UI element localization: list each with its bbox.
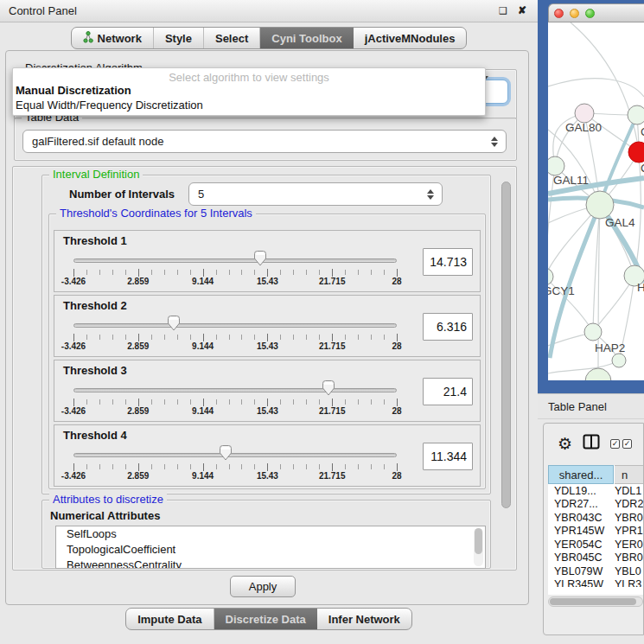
svg-text:GAL4: GAL4 (605, 216, 635, 229)
node-gal80[interactable] (575, 104, 594, 123)
tab-infer-network[interactable]: Infer Network (317, 609, 411, 629)
threshold-1-value-field[interactable] (423, 248, 473, 276)
close-traffic-light-icon[interactable] (554, 9, 564, 18)
zoom-traffic-light-icon[interactable] (585, 9, 595, 18)
table-horizontal-scrollbar-thumb[interactable] (550, 598, 636, 605)
tab-select[interactable]: Select (204, 28, 260, 48)
threshold-2-panel: Threshold 2 -3.426 2.859 9.144 15.43 21.… (54, 295, 481, 357)
table-row[interactable]: YBR045CYBR0 (548, 552, 644, 565)
top-tab-bar: Network Style Select Cyni Toolbox jActiv… (0, 27, 538, 50)
tab-style[interactable]: Style (154, 28, 204, 48)
node-red-selected[interactable] (628, 142, 644, 163)
list-item-selfloops[interactable]: SelfLoops (56, 526, 485, 542)
screenshot-root: Control Panel ❑ ✘ Network Style Select (0, 0, 644, 644)
column-checkboxes: ✓ ✓ (610, 439, 632, 449)
attributes-list-scrollbar[interactable] (474, 528, 483, 566)
checkbox-icon[interactable]: ✓ (610, 439, 620, 449)
float-window-icon[interactable]: ❑ (496, 3, 510, 17)
threshold-2-slider-thumb[interactable] (166, 315, 181, 335)
threshold-1-slider-thumb[interactable] (252, 250, 267, 271)
close-window-icon[interactable]: ✘ (515, 3, 529, 17)
node-small-bottom[interactable] (612, 354, 626, 367)
algorithm-dropdown-hint: Select algorithm to view settings (13, 68, 485, 83)
tab-cyni-toolbox[interactable]: Cyni Toolbox (260, 28, 353, 48)
bottom-tab-bar: Impute Data Discretize Data Infer Networ… (0, 608, 538, 630)
table-row[interactable]: YBL079WYBL0 (548, 564, 644, 578)
threshold-2-scale: -3.426 2.859 9.144 15.43 21.715 28 (73, 296, 397, 358)
threshold-3-panel: Threshold 3 -3.426 2.859 9.144 15.43 21.… (54, 360, 481, 422)
checkbox-icon[interactable]: ✓ (622, 439, 632, 449)
tab-network[interactable]: Network (72, 28, 154, 48)
list-item-betweennesscentrality[interactable]: BetweennessCentrality (56, 558, 485, 569)
table-row[interactable]: YBR043CYBR0 (548, 511, 644, 525)
table-data-combobox[interactable]: galFiltered.sif default node (22, 130, 507, 153)
algorithm-dropdown-popup: Select algorithm to view settings Manual… (12, 67, 486, 116)
node-gal4[interactable] (586, 191, 614, 219)
number-of-intervals-value: 5 (198, 188, 204, 201)
table-horizontal-scrollbar[interactable] (548, 596, 643, 607)
svg-text:GCY1: GCY1 (548, 284, 575, 297)
thresholds-group-title: Threshold's Coordinates for 5 Intervals (56, 207, 256, 220)
settings-vertical-scrollbar[interactable] (500, 169, 513, 567)
combobox-stepper-icon (491, 137, 498, 147)
threshold-1-scale: -3.426 2.859 9.144 15.43 21.715 28 (73, 231, 397, 293)
network-canvas[interactable]: GAL80 G C GAL11 GAL4 GCY1 H HAP2 (548, 22, 644, 380)
bottom-tab-group: Impute Data Discretize Data Infer Networ… (125, 608, 412, 630)
numerical-attributes-label: Numerical Attributes (50, 509, 160, 522)
list-item-topologicalcoefficient[interactable]: TopologicalCoefficient (56, 542, 485, 558)
tab-jactivemnodules[interactable]: jActiveMNodules (354, 28, 467, 48)
algorithm-option-equal-width[interactable]: Equal Width/Frequency Discretization (13, 98, 485, 112)
node-table: shared... n YDL19...YDL1 YDR27...YDR2 YB… (548, 465, 644, 595)
node-table-rows: YDL19...YDL1 YDR27...YDR2 YBR043CYBR0 YP… (548, 484, 644, 587)
threshold-4-scale: -3.426 2.859 9.144 15.43 21.715 28 (73, 425, 397, 488)
minimize-traffic-light-icon[interactable] (570, 9, 579, 18)
svg-text:GAL80: GAL80 (565, 121, 602, 134)
number-of-intervals-label: Number of Intervals (69, 188, 175, 201)
node-gcy1[interactable] (548, 268, 553, 285)
threshold-3-value-field[interactable] (423, 378, 473, 405)
numerical-attributes-list: SelfLoops TopologicalCoefficient Between… (55, 526, 486, 569)
svg-text:H: H (637, 281, 644, 294)
network-icon (83, 31, 93, 46)
table-row[interactable]: YDL19...YDL1 (548, 484, 644, 498)
column-header-shared-name[interactable]: shared... (548, 465, 614, 484)
node-hap2[interactable] (584, 323, 602, 341)
threshold-4-value-field[interactable] (423, 443, 473, 470)
settings-scrollbar-thumb[interactable] (501, 182, 511, 508)
table-panel-titlebar: Table Panel (538, 393, 644, 419)
table-row[interactable]: YDR27...YDR2 (548, 498, 644, 512)
number-of-intervals-combobox[interactable]: 5 (188, 182, 443, 206)
tab-network-label: Network (98, 32, 142, 45)
table-panel-toolbar: ⚙ ✓ ✓ (544, 424, 643, 463)
svg-text:G: G (641, 125, 644, 138)
table-row[interactable]: YLR345WYLR3 (548, 578, 644, 588)
node-gal11[interactable] (548, 156, 564, 175)
control-panel-titlebar: Control Panel ❑ ✘ (0, 0, 538, 22)
threshold-4-panel: Threshold 4 -3.426 2.859 9.144 15.43 21.… (54, 424, 481, 487)
attributes-list-scrollbar-thumb[interactable] (475, 528, 482, 554)
attributes-group-title: Attributes to discretize (49, 493, 167, 506)
gear-icon[interactable]: ⚙ (558, 436, 572, 452)
table-data-combobox-value: galFiltered.sif default node (32, 135, 163, 148)
apply-button[interactable]: Apply (230, 576, 296, 597)
combobox-stepper-icon (427, 189, 434, 200)
svg-text:GAL11: GAL11 (553, 174, 589, 187)
threshold-4-slider-thumb[interactable] (218, 444, 233, 465)
threshold-1-panel: Threshold 1 -3.426 2.859 9.144 15.43 21.… (54, 230, 481, 292)
table-panel-title: Table Panel (538, 400, 607, 413)
split-columns-icon[interactable] (583, 434, 600, 454)
threshold-3-scale: -3.426 2.859 9.144 15.43 21.715 28 (73, 360, 397, 423)
threshold-3-slider-thumb[interactable] (322, 379, 336, 400)
node-partial-g[interactable] (628, 105, 644, 124)
table-row[interactable]: YER054CYER0 (548, 538, 644, 552)
top-tab-group: Network Style Select Cyni Toolbox jActiv… (71, 27, 468, 49)
tab-discretize-data[interactable]: Discretize Data (214, 609, 317, 629)
tab-impute-data[interactable]: Impute Data (126, 609, 214, 629)
algorithm-option-manual[interactable]: Manual Discretization (13, 83, 485, 98)
network-window-titlebar (548, 3, 644, 22)
threshold-2-value-field[interactable] (423, 313, 473, 341)
table-row[interactable]: YPR145WYPR1 (548, 525, 644, 539)
column-header-name[interactable]: n (615, 465, 644, 484)
node-big-bottom[interactable] (585, 368, 611, 380)
control-panel-title: Control Panel (0, 4, 77, 17)
